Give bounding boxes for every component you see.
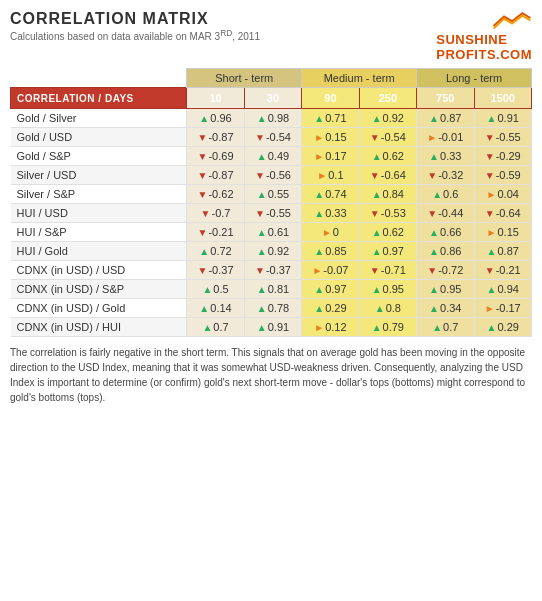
correlation-value: 0.71 bbox=[325, 112, 346, 124]
row-label: CDNX (in USD) / Gold bbox=[11, 299, 187, 318]
cell-value: ▲0.86 bbox=[417, 242, 474, 261]
direction-arrow: ▲ bbox=[429, 303, 439, 314]
cell-value: ▼-0.53 bbox=[359, 204, 416, 223]
header: CORRELATION MATRIX Calculations based on… bbox=[10, 10, 532, 62]
correlation-value: -0.37 bbox=[208, 264, 233, 276]
correlation-value: 0.91 bbox=[268, 321, 289, 333]
direction-arrow: ► bbox=[314, 151, 324, 162]
correlation-value: -0.17 bbox=[496, 302, 521, 314]
correlation-value: 0.61 bbox=[268, 226, 289, 238]
direction-arrow: ▲ bbox=[487, 322, 497, 333]
cell-value: ▲0.34 bbox=[417, 299, 474, 318]
cell-value: ►0 bbox=[302, 223, 359, 242]
direction-arrow: ▲ bbox=[314, 284, 324, 295]
correlation-value: 0.92 bbox=[268, 245, 289, 257]
row-label: Gold / USD bbox=[11, 128, 187, 147]
cell-value: ▼-0.7 bbox=[187, 204, 244, 223]
direction-arrow: ▲ bbox=[199, 246, 209, 257]
cell-value: ▼-0.32 bbox=[417, 166, 474, 185]
direction-arrow: ▼ bbox=[485, 170, 495, 181]
cell-value: ▲0.33 bbox=[417, 147, 474, 166]
cell-value: ▼-0.71 bbox=[359, 261, 416, 280]
correlation-value: -0.64 bbox=[496, 207, 521, 219]
direction-arrow: ▼ bbox=[201, 208, 211, 219]
correlation-value: 0.55 bbox=[268, 188, 289, 200]
cell-value: ▲0.14 bbox=[187, 299, 244, 318]
correlation-value: -0.55 bbox=[496, 131, 521, 143]
col-header-10: 10 bbox=[187, 88, 244, 109]
direction-arrow: ▲ bbox=[432, 322, 442, 333]
cell-value: ▲0.62 bbox=[359, 147, 416, 166]
cell-value: ▲0.95 bbox=[417, 280, 474, 299]
direction-arrow: ► bbox=[314, 322, 324, 333]
cell-value: ►0.04 bbox=[474, 185, 532, 204]
direction-arrow: ▲ bbox=[199, 303, 209, 314]
correlation-value: 0.04 bbox=[497, 188, 518, 200]
direction-arrow: ▼ bbox=[370, 265, 380, 276]
col-header-250: 250 bbox=[359, 88, 416, 109]
col-header-30: 30 bbox=[244, 88, 301, 109]
table-row: Silver / USD▼-0.87▼-0.56►0.1▼-0.64▼-0.32… bbox=[11, 166, 532, 185]
footer-text: The correlation is fairly negative in th… bbox=[10, 345, 532, 405]
correlation-value: 0 bbox=[333, 226, 339, 238]
correlation-value: 0.29 bbox=[325, 302, 346, 314]
cell-value: ▲0.92 bbox=[359, 109, 416, 128]
direction-arrow: ▼ bbox=[370, 170, 380, 181]
direction-arrow: ▲ bbox=[429, 246, 439, 257]
cell-value: ►0.1 bbox=[302, 166, 359, 185]
direction-arrow: ► bbox=[487, 189, 497, 200]
direction-arrow: ▲ bbox=[202, 322, 212, 333]
cell-value: ▼-0.37 bbox=[187, 261, 244, 280]
direction-arrow: ▼ bbox=[485, 265, 495, 276]
cell-value: ▲0.74 bbox=[302, 185, 359, 204]
correlation-value: 0.97 bbox=[383, 245, 404, 257]
table-row: Gold / Silver▲0.96▲0.98▲0.71▲0.92▲0.87▲0… bbox=[11, 109, 532, 128]
correlation-value: 0.34 bbox=[440, 302, 461, 314]
correlation-value: 0.72 bbox=[210, 245, 231, 257]
direction-arrow: ▲ bbox=[314, 208, 324, 219]
correlation-value: -0.87 bbox=[208, 131, 233, 143]
direction-arrow: ▲ bbox=[429, 227, 439, 238]
correlation-value: 0.94 bbox=[497, 283, 518, 295]
correlation-value: -0.87 bbox=[208, 169, 233, 181]
correlation-value: 0.14 bbox=[210, 302, 231, 314]
correlation-value: 0.29 bbox=[497, 321, 518, 333]
correlation-value: -0.21 bbox=[208, 226, 233, 238]
direction-arrow: ► bbox=[485, 303, 495, 314]
correlation-value: -0.72 bbox=[438, 264, 463, 276]
row-label: Silver / USD bbox=[11, 166, 187, 185]
direction-arrow: ▼ bbox=[370, 132, 380, 143]
cell-value: ▲0.87 bbox=[417, 109, 474, 128]
direction-arrow: ▲ bbox=[429, 113, 439, 124]
main-title: CORRELATION MATRIX bbox=[10, 10, 260, 28]
direction-arrow: ▼ bbox=[427, 265, 437, 276]
logo-text: SUNSHINEPROFITS.COM bbox=[436, 32, 532, 62]
direction-arrow: ▼ bbox=[255, 208, 265, 219]
cell-value: ▼-0.64 bbox=[359, 166, 416, 185]
direction-arrow: ▼ bbox=[255, 170, 265, 181]
direction-arrow: ▼ bbox=[485, 208, 495, 219]
cell-value: ▲0.95 bbox=[359, 280, 416, 299]
table-row: HUI / Gold▲0.72▲0.92▲0.85▲0.97▲0.86▲0.87 bbox=[11, 242, 532, 261]
table-row: CDNX (in USD) / USD▼-0.37▼-0.37►-0.07▼-0… bbox=[11, 261, 532, 280]
direction-arrow: ▲ bbox=[257, 303, 267, 314]
correlation-value: -0.64 bbox=[381, 169, 406, 181]
direction-arrow: ▲ bbox=[314, 189, 324, 200]
correlation-value: -0.56 bbox=[266, 169, 291, 181]
cell-value: ▲0.55 bbox=[244, 185, 301, 204]
cell-value: ▼-0.64 bbox=[474, 204, 532, 223]
direction-arrow: ▲ bbox=[372, 322, 382, 333]
correlation-value: 0.33 bbox=[325, 207, 346, 219]
correlation-value: 0.49 bbox=[268, 150, 289, 162]
direction-arrow: ▼ bbox=[485, 132, 495, 143]
direction-arrow: ▼ bbox=[198, 151, 208, 162]
cell-value: ▲0.92 bbox=[244, 242, 301, 261]
cell-value: ▲0.61 bbox=[244, 223, 301, 242]
direction-arrow: ▲ bbox=[257, 284, 267, 295]
cell-value: ▼-0.87 bbox=[187, 166, 244, 185]
cell-value: ▲0.8 bbox=[359, 299, 416, 318]
correlation-value: -0.01 bbox=[438, 131, 463, 143]
correlation-value: 0.66 bbox=[440, 226, 461, 238]
correlation-value: 0.1 bbox=[328, 169, 343, 181]
cell-value: ▼-0.54 bbox=[359, 128, 416, 147]
